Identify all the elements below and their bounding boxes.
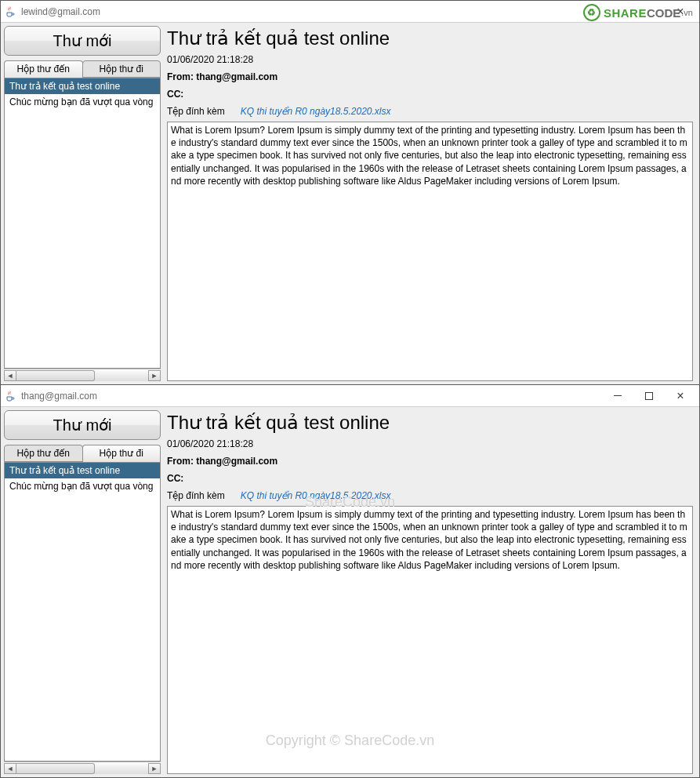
from-label: From: (167, 71, 196, 82)
new-mail-button[interactable]: Thư mới (4, 26, 161, 56)
mail-cc: CC: (167, 85, 693, 103)
client-area: Thư mới Hộp thư đến Hộp thư đi Thư trả k… (1, 407, 699, 777)
scroll-right-icon[interactable]: ► (148, 370, 161, 381)
scroll-thumb[interactable] (16, 370, 95, 381)
attachment-link[interactable]: KQ thi tuyển R0 ngày18.5.2020.xlsx (241, 106, 391, 117)
horizontal-scrollbar[interactable]: ◄ ► (4, 369, 161, 381)
java-icon (4, 390, 16, 402)
tab-inbox[interactable]: Hộp thư đến (4, 60, 83, 78)
mail-from: From: thang@gmail.com (167, 453, 693, 470)
minimize-icon (614, 395, 622, 396)
folder-tabs: Hộp thư đến Hộp thư đi (4, 60, 161, 78)
new-mail-button[interactable]: Thư mới (4, 410, 161, 440)
mail-item[interactable]: Thư trả kết quả test online (5, 78, 160, 94)
maximize-icon (645, 392, 653, 400)
mail-body[interactable]: What is Lorem Ipsum? Lorem Ipsum is simp… (167, 122, 693, 381)
mail-list[interactable]: Thư trả kết quả test online Chúc mừng bạ… (4, 78, 161, 369)
java-icon (4, 5, 16, 18)
sidebar: Thư mới Hộp thư đến Hộp thư đi Thư trả k… (4, 410, 161, 774)
from-label: From: (167, 456, 196, 467)
mail-timestamp: 01/06/2020 21:18:28 (167, 435, 693, 453)
window-title: lewind@gmail.com (21, 6, 100, 17)
folder-tabs: Hộp thư đến Hộp thư đi (4, 445, 161, 462)
window-title: thang@gmail.com (21, 391, 97, 402)
client-area: Thư mới Hộp thư đến Hộp thư đi Thư trả k… (1, 23, 699, 384)
mail-timestamp: 01/06/2020 21:18:28 (167, 51, 693, 68)
cc-label: CC: (167, 473, 183, 484)
mail-cc: CC: (167, 470, 693, 487)
email-window-inbox: ♻ SHARE CODE .vn lewind@gmail.com × Thư … (0, 0, 700, 384)
attachment-row: Tệp đính kèm KQ thi tuyển R0 ngày18.5.20… (167, 487, 693, 506)
email-window-outbox: thang@gmail.com × Thư mới Hộp thư đến Hộ… (0, 384, 700, 778)
minimize-button[interactable] (602, 387, 633, 405)
mail-detail-pane: Thư trả kết quả test online 01/06/2020 2… (164, 26, 696, 381)
sidebar: Thư mới Hộp thư đến Hộp thư đi Thư trả k… (4, 26, 161, 381)
tab-outbox[interactable]: Hộp thư đi (82, 60, 161, 78)
from-value: thang@gmail.com (196, 456, 277, 467)
titlebar[interactable]: lewind@gmail.com × (1, 1, 699, 23)
cc-label: CC: (167, 89, 183, 100)
mail-item[interactable]: Chúc mừng bạn đã vượt qua vòng (5, 478, 160, 494)
mail-from: From: thang@gmail.com (167, 68, 693, 85)
scroll-left-icon[interactable]: ◄ (4, 370, 16, 381)
horizontal-scrollbar[interactable]: ◄ ► (4, 762, 161, 774)
maximize-button[interactable] (633, 387, 665, 405)
titlebar[interactable]: thang@gmail.com × (1, 385, 699, 407)
attachment-row: Tệp đính kèm KQ thi tuyển R0 ngày18.5.20… (167, 103, 693, 122)
mail-subject: Thư trả kết quả test online (167, 410, 693, 435)
mail-list[interactable]: Thư trả kết quả test online Chúc mừng bạ… (4, 462, 161, 762)
tab-inbox[interactable]: Hộp thư đến (4, 445, 83, 462)
close-button[interactable]: × (665, 2, 696, 21)
close-icon: × (676, 390, 684, 402)
attachment-label: Tệp đính kèm (167, 106, 225, 117)
close-button[interactable]: × (665, 387, 696, 405)
scroll-left-icon[interactable]: ◄ (4, 763, 16, 774)
tab-outbox[interactable]: Hộp thư đi (82, 445, 161, 462)
scroll-right-icon[interactable]: ► (148, 763, 161, 774)
close-icon: × (676, 5, 684, 18)
attachment-label: Tệp đính kèm (167, 490, 225, 501)
mail-detail-pane: Thư trả kết quả test online 01/06/2020 2… (164, 410, 696, 774)
from-value: thang@gmail.com (196, 71, 277, 82)
mail-body[interactable]: What is Lorem Ipsum? Lorem Ipsum is simp… (167, 506, 693, 774)
scroll-thumb[interactable] (16, 763, 95, 774)
mail-item[interactable]: Thư trả kết quả test online (5, 463, 160, 478)
mail-item[interactable]: Chúc mừng bạn đã vượt qua vòng (5, 94, 160, 110)
attachment-link[interactable]: KQ thi tuyển R0 ngày18.5.2020.xlsx (241, 490, 391, 501)
mail-subject: Thư trả kết quả test online (167, 26, 693, 51)
